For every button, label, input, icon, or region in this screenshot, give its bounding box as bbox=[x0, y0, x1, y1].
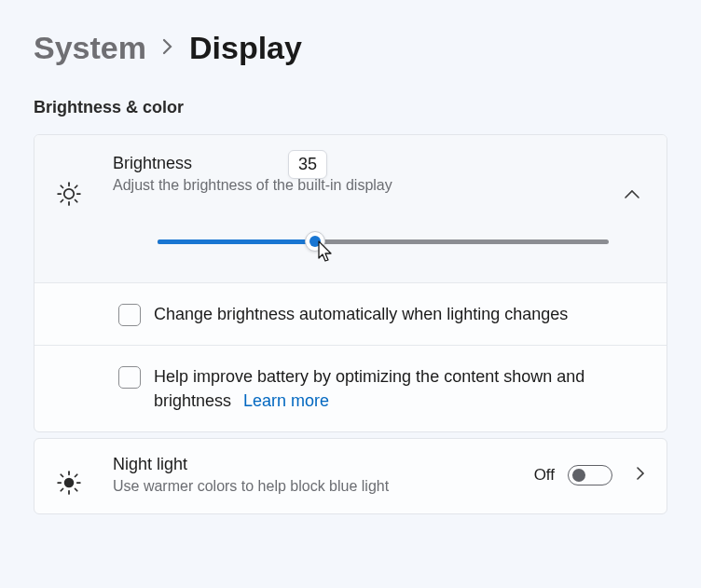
learn-more-link[interactable]: Learn more bbox=[243, 391, 329, 410]
svg-line-17 bbox=[76, 475, 77, 477]
svg-line-5 bbox=[61, 185, 62, 187]
brightness-card[interactable]: Brightness Adjust the brightness of the … bbox=[34, 135, 667, 282]
breadcrumb: System Display bbox=[34, 30, 667, 66]
svg-point-9 bbox=[64, 478, 75, 488]
auto-brightness-label: Change brightness automatically when lig… bbox=[154, 302, 568, 326]
night-light-state: Off bbox=[534, 466, 555, 485]
battery-content-option[interactable]: Help improve battery by optimizing the c… bbox=[34, 345, 667, 431]
chevron-right-icon bbox=[161, 35, 174, 62]
svg-line-14 bbox=[61, 475, 62, 477]
night-light-group: Night light Use warmer colors to help bl… bbox=[34, 438, 667, 514]
night-light-card[interactable]: Night light Use warmer colors to help bl… bbox=[34, 439, 667, 513]
night-icon bbox=[55, 454, 113, 497]
auto-brightness-checkbox[interactable] bbox=[118, 304, 141, 326]
chevron-right-icon[interactable] bbox=[635, 465, 646, 485]
chevron-up-icon[interactable] bbox=[624, 187, 640, 204]
brightness-value-tooltip: 35 bbox=[288, 150, 327, 179]
svg-line-16 bbox=[61, 489, 62, 491]
sun-icon bbox=[55, 154, 113, 208]
battery-content-label: Help improve battery by optimizing the c… bbox=[154, 364, 646, 413]
night-light-title: Night light bbox=[113, 455, 534, 474]
battery-content-checkbox[interactable] bbox=[118, 366, 141, 389]
breadcrumb-system[interactable]: System bbox=[34, 30, 146, 66]
svg-line-6 bbox=[76, 200, 77, 202]
svg-line-8 bbox=[76, 185, 77, 187]
svg-line-15 bbox=[76, 489, 77, 491]
brightness-group: Brightness Adjust the brightness of the … bbox=[34, 134, 667, 432]
slider-thumb[interactable] bbox=[305, 231, 325, 252]
auto-brightness-option[interactable]: Change brightness automatically when lig… bbox=[34, 282, 667, 345]
svg-point-0 bbox=[64, 189, 75, 199]
brightness-title: Brightness bbox=[113, 154, 646, 173]
breadcrumb-display: Display bbox=[189, 30, 302, 66]
night-light-toggle[interactable] bbox=[568, 465, 612, 485]
brightness-slider[interactable] bbox=[158, 239, 609, 245]
night-light-desc: Use warmer colors to help block blue lig… bbox=[113, 476, 534, 497]
svg-line-7 bbox=[61, 200, 62, 202]
brightness-desc: Adjust the brightness of the built-in di… bbox=[113, 175, 646, 196]
section-title: Brightness & color bbox=[34, 98, 667, 117]
